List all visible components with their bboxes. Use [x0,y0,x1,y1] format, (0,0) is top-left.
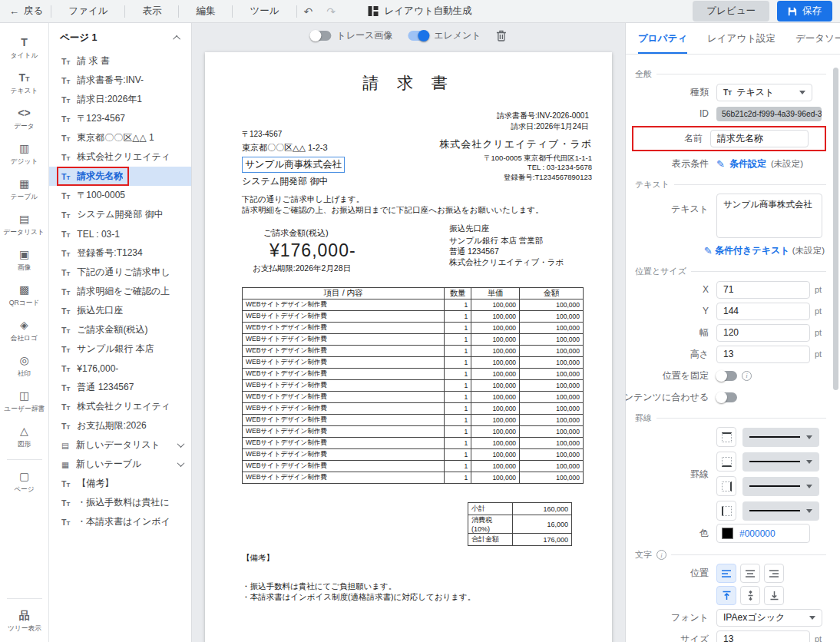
valign-middle-button[interactable] [740,586,760,605]
invoice-bank-block[interactable]: 振込先口座 サンプル銀行 本店 営業部 普通 1234567 株式会社クリエイテ… [449,223,564,267]
tree-item[interactable]: TT請 求 書 [49,51,191,71]
align-center-button[interactable] [740,564,760,583]
tree-item[interactable]: ▤新しいデータリスト [49,435,191,455]
rail-item-image[interactable]: ▣画像 [0,246,48,275]
font-select[interactable]: IPAexゴシック [716,609,822,627]
rail-item-title[interactable]: Tタイトル [0,34,48,63]
tree-item[interactable]: TT振込先口座 [49,301,191,320]
tree-item[interactable]: TT請求日:2026年1 [49,90,191,109]
border-style-select[interactable] [742,477,819,496]
props-tab-0[interactable]: プロパティ [638,32,687,54]
canvas-toggle-0[interactable]: トレース画像 [310,29,392,42]
invoice-title[interactable]: 請 求 書 [205,72,612,94]
rail-item-shape[interactable]: △図形 [0,422,48,452]
rail-item-page[interactable]: ▢ページ [0,468,48,497]
tree-item[interactable]: TT株式会社クリエイティ [49,147,191,167]
align-right-button[interactable] [764,564,784,583]
tree-item[interactable]: TT・本請求書はインボイ [49,512,191,531]
rail-item-user-dictionary[interactable]: ◫ユーザー辞書 [0,387,48,416]
rail-item-table[interactable]: ▦テーブル [0,175,48,204]
trash-icon[interactable] [497,30,507,41]
element-type-select[interactable]: TT テキスト [716,84,812,101]
invoice-totals-table[interactable]: 小計160,000消費税(10%)16,000合計金額176,000 [468,502,572,546]
border-color-picker[interactable]: #000000 [716,524,810,543]
invoice-items-table[interactable]: 項目 / 内容数量単価金額 WEBサイトデザイン制作費1100,000100,0… [242,287,584,484]
tree-item[interactable]: TT登録番号:T1234 [49,243,191,263]
client-name-selected-element[interactable]: サンプル商事株式会社 [242,157,345,173]
tree-item[interactable]: TT請求書番号:INV- [49,71,191,90]
invoice-client-block[interactable]: 〒123-4567 東京都〇〇区△△ 1-2-3 サンプル商事株式会社 システム… [242,129,345,188]
x-input[interactable]: 71 [716,281,810,299]
canvas[interactable]: トレース画像エレメント 請 求 書 請求書番号:INV-2026-0001 請求… [192,23,625,642]
props-tab-1[interactable]: レイアウト設定 [707,32,776,54]
toggle-on-icon[interactable] [408,31,428,41]
conditional-text-link[interactable]: 条件付きテキスト [715,244,789,257]
rail-item-digit[interactable]: ▥デジット [0,140,48,169]
invoice-meta-block[interactable]: 請求書番号:INV-2026-0001 請求日:2026年1月24日 [497,111,589,131]
props-tab-2[interactable]: データソース [795,32,840,54]
height-input[interactable]: 13 [716,346,810,363]
text-content-textarea[interactable]: サンプル商事株式会社 [716,194,822,238]
rail-item-text[interactable]: TTテキスト [0,69,48,98]
condition-set-link[interactable]: 条件設定 [729,157,766,170]
border-left-button[interactable] [716,501,736,521]
chevron-down-icon[interactable] [177,440,185,448]
props-scrollbar[interactable] [833,68,838,390]
invoice-page[interactable]: 請 求 書 請求書番号:INV-2026-0001 請求日:2026年1月24日… [205,52,612,642]
redo-icon[interactable]: ↷ [319,5,342,18]
fit-content-toggle[interactable] [716,392,737,402]
tree-item[interactable]: TTシステム開発部 御中 [49,205,191,224]
invoice-amount-block[interactable]: ご請求金額(税込) ¥176,000- お支払期限:2026年2月28日 [253,227,356,274]
rail-item-company-logo[interactable]: ◈会社ロゴ [0,316,48,346]
menu-item[interactable]: ツール [233,5,296,18]
border-style-select[interactable] [742,452,819,472]
save-button[interactable]: 保存 [777,1,832,22]
rail-item-datalist[interactable]: ▤データリスト [0,210,48,240]
border-right-button[interactable] [716,476,736,496]
tree-item[interactable]: TTご請求金額(税込) [49,320,191,339]
preview-button[interactable]: プレビュー [693,1,769,22]
tree-item[interactable]: TT〒100-0005 [49,186,191,205]
align-left-button[interactable] [716,564,736,583]
tree-item[interactable]: TTお支払期限:2026 [49,416,191,435]
tree-item[interactable]: TT【備考】 [49,474,191,493]
menu-item[interactable]: 表示 [125,5,178,18]
tree-item[interactable]: TTサンプル銀行 本店 [49,339,191,359]
invoice-greeting[interactable]: 下記の通りご請求申し上げます。 請求明細をご確認の上、お振込期日までに下記口座へ… [242,194,544,215]
y-input[interactable]: 144 [716,303,810,320]
tree-item[interactable]: TTTEL : 03-1 [49,224,191,243]
font-size-input[interactable]: 13 [716,630,810,642]
menu-item[interactable]: ファイル [51,5,124,18]
tree-item[interactable]: TT・振込手数料は貴社に [49,493,191,512]
toggle-off-icon[interactable] [310,31,331,41]
border-style-select[interactable] [742,501,819,521]
tree-item[interactable]: TT普通 1234567 [49,378,191,397]
border-bottom-button[interactable] [716,452,736,472]
menu-item[interactable]: 編集 [179,5,232,18]
tree-item[interactable]: TT東京都〇〇区△△ 1 [49,128,191,147]
rail-item-qrcode[interactable]: ▩QRコード [0,281,48,310]
tree-item[interactable]: TT下記の通りご請求申し [49,263,191,282]
back-button[interactable]: ← 戻る [8,5,51,18]
canvas-toggle-1[interactable]: エレメント [408,29,481,42]
rail-item-company-stamp[interactable]: ◎社印 [0,352,48,381]
undo-icon[interactable]: ↶ [297,5,320,18]
tree-item[interactable]: TT請求先名称 [49,167,191,186]
rail-item-tree-view[interactable]: 品 ツリー表示 [0,607,48,636]
tree-item[interactable]: ▦新しいテーブル [49,455,191,474]
fix-position-toggle[interactable] [716,371,737,381]
chevron-down-icon[interactable] [177,459,185,467]
tree-item[interactable]: TT株式会社クリエイティ [49,397,191,416]
border-style-select[interactable] [742,428,819,447]
invoice-notes-block[interactable]: 【備考】 ・振込手数料は貴社にてご負担願います。 ・本請求書はインボイス制度(適… [242,553,475,602]
tree-item[interactable]: TT¥176,000- [49,359,191,378]
element-name-input[interactable]: 請求先名称 [710,130,809,147]
valign-top-button[interactable] [716,586,736,605]
border-top-button[interactable] [716,427,736,447]
layout-autogen-button[interactable]: レイアウト自動生成 [369,5,472,18]
width-input[interactable]: 120 [716,324,810,342]
tree-item[interactable]: TT〒123-4567 [49,109,191,128]
valign-bottom-button[interactable] [764,586,784,605]
invoice-issuer-block[interactable]: 株式会社クリエイティブ・ラボ 〒100-0005 東京都千代田区1-1-1 TE… [439,140,592,182]
tree-item[interactable]: TT請求明細をご確認の上 [49,282,191,301]
